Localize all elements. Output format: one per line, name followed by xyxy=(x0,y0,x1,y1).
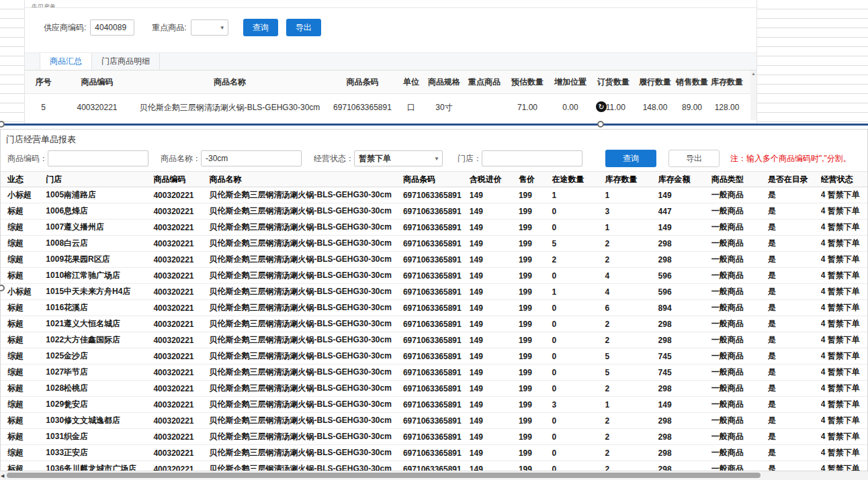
table-row[interactable]: 综超 1008白云店 400320221 贝伦斯企鹅三层钢清汤涮火锅-BLS-G… xyxy=(1,236,867,252)
supplier-order-report-panel: 牛贝房单 供应商编码: 重点商品: ▼ 查询 导出 商品汇总 门店商品明细 序号… xyxy=(24,0,757,124)
cell: 标超 xyxy=(7,205,46,217)
column-header: 库存数量 xyxy=(709,77,744,88)
table-row[interactable]: 综超 1009花果园R区店 400320221 贝伦斯企鹅三层钢清汤涮火锅-BL… xyxy=(1,252,867,268)
cell: 149 xyxy=(470,400,519,410)
horizontal-scrollbar[interactable]: ◀ xyxy=(0,471,868,480)
split-divider[interactable] xyxy=(0,124,868,126)
cell: 400320221 xyxy=(153,400,209,410)
cell: 4 暂禁下单 xyxy=(821,286,867,297)
table-row[interactable]: 标超 1031织金店 400320221 贝伦斯企鹅三层钢清汤涮火锅-BLS-G… xyxy=(1,429,867,445)
bottom-query-form: 商品编码： 商品名称： 经营状态： 暂禁下单 ▼ 门店： 查询 导出 注：输入多… xyxy=(1,148,867,169)
cell: 400320221 xyxy=(153,320,209,329)
cell: 400320221 xyxy=(153,191,209,200)
cell: 199 xyxy=(519,239,552,248)
cell: 综超 xyxy=(7,222,46,233)
cell: 6971063365891 xyxy=(403,287,470,297)
store-input[interactable] xyxy=(482,150,582,166)
column-header: 门店 xyxy=(46,174,153,185)
table-row[interactable]: 小标超 1005南浦路店 400320221 贝伦斯企鹅三层钢清汤涮火锅-BLS… xyxy=(1,187,867,203)
bottom-query-button[interactable]: 查询 xyxy=(605,150,656,167)
cell: 6971063365891 xyxy=(403,352,470,361)
cell: 贝伦斯企鹅三层钢清汤涮火锅-BLS-GEHG30-30cm xyxy=(209,431,402,442)
top-export-button[interactable]: 导出 xyxy=(286,19,321,36)
table-row[interactable]: 综超 1027毕节店 400320221 贝伦斯企鹅三层钢清汤涮火锅-BLS-G… xyxy=(1,365,867,381)
table-row[interactable]: 5 400320221 贝伦斯企鹅三层钢清汤涮火锅-BLS-GEHG30-30c… xyxy=(25,94,756,121)
chevron-down-icon: ▼ xyxy=(220,25,225,31)
cell: 一般商品 xyxy=(711,334,768,346)
bottom-export-button[interactable]: 导出 xyxy=(668,150,720,167)
cell: 1022大方佳鑫国际店 xyxy=(46,334,153,346)
key-product-select[interactable]: ▼ xyxy=(191,19,228,36)
table-row[interactable]: 标超 1030修文文城逸都店 400320221 贝伦斯企鹅三层钢清汤涮火锅-B… xyxy=(1,413,867,429)
cell: 2 xyxy=(605,336,658,345)
summary-table-header: 序号商品编码商品名称商品条码单位商品规格重点商品预估数量增加位置订货数量履行数量… xyxy=(25,70,756,94)
cell: 贝伦斯企鹅三层钢清汤涮火锅-BLS-GEHG30-30cm xyxy=(209,367,402,378)
cell: 199 xyxy=(519,336,552,345)
cell: 是 xyxy=(768,415,821,426)
key-product-label: 重点商品: xyxy=(152,22,186,34)
cell: 298 xyxy=(658,448,711,458)
cell: 4 暂禁下单 xyxy=(821,205,867,217)
supplier-code-input[interactable] xyxy=(90,19,134,36)
store-item-table: 业态门店商品编码商品名称商品条码含税进价售价在途数量库存数量库存金额商品类型是否… xyxy=(1,171,867,480)
cell: 199 xyxy=(519,352,552,361)
divider-handle-mid[interactable] xyxy=(597,121,604,128)
table-row[interactable]: 综超 1029瓮安店 400320221 贝伦斯企鹅三层钢清汤涮火锅-BLS-G… xyxy=(1,397,867,413)
cell: 149 xyxy=(470,255,519,265)
cell: 199 xyxy=(519,400,552,410)
cell: 是 xyxy=(768,205,821,217)
cell: 综超 xyxy=(7,447,46,459)
scroll-left-icon[interactable]: ◀ xyxy=(1,472,4,480)
cell: 199 xyxy=(519,207,552,216)
cell: 149 xyxy=(470,448,519,458)
status-select-value: 暂禁下单 xyxy=(359,153,391,164)
column-header: 经营状态 xyxy=(821,174,867,185)
divider-handle-left[interactable] xyxy=(0,121,5,128)
product-code-input[interactable] xyxy=(48,150,148,166)
scroll-up-icon[interactable]: ▲ xyxy=(750,70,756,77)
table-row[interactable]: 标超 1016花溪店 400320221 贝伦斯企鹅三层钢清汤涮火锅-BLS-G… xyxy=(1,300,867,316)
cell: 400320221 xyxy=(153,207,209,216)
table-row[interactable]: 综超 1033正安店 400320221 贝伦斯企鹅三层钢清汤涮火锅-BLS-G… xyxy=(1,445,867,461)
cell: 1 xyxy=(605,191,658,200)
table-row[interactable]: 标超 1010榕江常驰广场店 400320221 贝伦斯企鹅三层钢清汤涮火锅-B… xyxy=(1,268,867,284)
table-row[interactable]: 小标超 1015中天未来方舟H4店 400320221 贝伦斯企鹅三层钢清汤涮火… xyxy=(1,284,867,300)
cell: 149 xyxy=(470,320,519,329)
cell: 149 xyxy=(470,191,519,200)
table-row[interactable]: 综超 1025金沙店 400320221 贝伦斯企鹅三层钢清汤涮火锅-BLS-G… xyxy=(1,348,867,365)
status-label: 经营状态： xyxy=(314,153,354,164)
input-hint-note: 注：输入多个商品编码时","分割。 xyxy=(730,153,851,164)
top-query-button[interactable]: 查询 xyxy=(243,19,278,36)
column-header: 商品类型 xyxy=(711,174,768,185)
cell: 6 xyxy=(605,303,658,313)
table-row[interactable]: 标超 1006息烽店 400320221 贝伦斯企鹅三层钢清汤涮火锅-BLS-G… xyxy=(1,203,867,220)
cell: 贝伦斯企鹅三层钢清汤涮火锅-BLS-GEHG30-30cm xyxy=(209,350,402,362)
cell: 0 xyxy=(552,223,605,232)
top-query-form: 供应商编码: 重点商品: ▼ 查询 导出 xyxy=(44,19,756,36)
tab-store-product-detail[interactable]: 门店商品明细 xyxy=(92,53,160,70)
column-header: 商品名称 xyxy=(209,174,402,185)
cell: 是 xyxy=(768,222,821,233)
cell: 4 暂禁下单 xyxy=(821,334,867,346)
rotate-handle-icon[interactable]: ↻ xyxy=(596,101,607,112)
table-row[interactable]: 标超 1022大方佳鑫国际店 400320221 贝伦斯企鹅三层钢清汤涮火锅-B… xyxy=(1,332,867,348)
cell: 口 xyxy=(398,102,425,113)
tab-product-summary[interactable]: 商品汇总 xyxy=(40,53,92,70)
table-row[interactable]: 综超 1007遵义播州店 400320221 贝伦斯企鹅三层钢清汤涮火锅-BLS… xyxy=(1,220,867,236)
scrollbar-thumb[interactable] xyxy=(7,473,761,478)
cell: 是 xyxy=(768,238,821,249)
table-row[interactable]: 标超 1028松桃店 400320221 贝伦斯企鹅三层钢清汤涮火锅-BLS-G… xyxy=(1,381,867,397)
cell: 综超 xyxy=(7,238,46,249)
cell: 89.00 xyxy=(675,103,709,112)
cell: 400320221 xyxy=(153,384,209,393)
product-name-input[interactable] xyxy=(201,150,302,166)
column-header: 商品名称 xyxy=(132,77,327,88)
cell: 1016花溪店 xyxy=(46,302,153,314)
column-header: 库存金额 xyxy=(658,174,711,185)
cell: 1008白云店 xyxy=(46,238,153,249)
table-row[interactable]: 标超 1021遵义大恒名城店 400320221 贝伦斯企鹅三层钢清汤涮火锅-B… xyxy=(1,316,867,332)
status-select[interactable]: 暂禁下单 ▼ xyxy=(354,150,443,166)
cell: 4 暂禁下单 xyxy=(821,415,867,426)
cell: 贝伦斯企鹅三层钢清汤涮火锅-BLS-GEHG30-30cm xyxy=(209,415,402,426)
vertical-scrollbar[interactable]: ▲ xyxy=(750,70,756,120)
